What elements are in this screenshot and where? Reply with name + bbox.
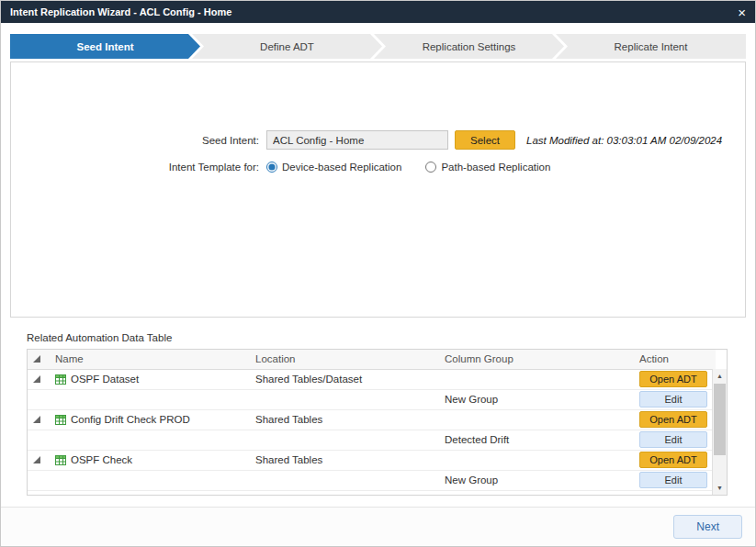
cell-location: Shared Tables: [250, 450, 439, 470]
cell-column-group: Detected Drift: [439, 430, 634, 450]
cell-column-group: [439, 409, 634, 430]
radio-label: Device-based Replication: [282, 162, 401, 173]
step-label: Seed Intent: [77, 41, 134, 52]
column-header-name[interactable]: Name: [50, 350, 250, 369]
edit-button[interactable]: Edit: [639, 431, 707, 448]
seed-intent-input[interactable]: [266, 130, 448, 150]
cell-column-group: [439, 369, 634, 389]
table-row: OSPF CheckShared TablesOpen ADT: [28, 450, 716, 470]
expand-icon[interactable]: [33, 456, 40, 463]
radio-path-based[interactable]: Path-based Replication: [425, 162, 550, 173]
open-adt-button[interactable]: Open ADT: [639, 371, 707, 387]
step-replicate-intent[interactable]: Replicate Intent: [556, 34, 746, 59]
cell-name: [50, 430, 250, 450]
related-adt-title: Related Automation Data Table: [27, 332, 728, 343]
adt-table-icon: [55, 455, 66, 465]
scroll-thumb[interactable]: [714, 384, 726, 455]
select-button[interactable]: Select: [455, 130, 515, 150]
cell-name: OSPF Dataset: [50, 369, 250, 389]
table-row: Detected DriftEdit: [28, 430, 716, 450]
table-row: New GroupEdit: [28, 389, 716, 409]
table-row: Config Drift Check PRODShared TablesOpen…: [28, 409, 716, 430]
device-based-radio-input[interactable]: [266, 162, 277, 173]
titlebar: Intent Replication Wizard - ACL Config -…: [1, 1, 755, 23]
cell-name: OSPF Check: [50, 450, 250, 470]
seed-intent-label: Seed Intent:: [11, 135, 259, 146]
cell-column-group: New Group: [439, 470, 634, 490]
column-header-column-group[interactable]: Column Group: [439, 350, 634, 369]
expand-icon[interactable]: [33, 375, 40, 383]
edit-button[interactable]: Edit: [639, 472, 707, 488]
cell-name: Config Drift Check PROD: [50, 409, 250, 430]
scroll-down-icon[interactable]: ▼: [713, 481, 727, 495]
last-modified-text: Last Modified at: 03:03:01 AM 02/09/2024: [526, 135, 722, 146]
cell-location: [250, 470, 439, 490]
collapse-all-icon[interactable]: [33, 355, 40, 363]
cell-location: Shared Tables/Dataset: [250, 369, 439, 389]
wizard-steps: Seed Intent Define ADT Replication Setti…: [10, 34, 746, 59]
adt-table: Name Location Column Group Action OSPF D…: [27, 349, 728, 496]
intent-replication-wizard-dialog: Intent Replication Wizard - ACL Config -…: [0, 0, 756, 547]
cell-location: [250, 389, 439, 409]
cell-name: [50, 389, 250, 409]
adt-table-icon: [55, 374, 66, 385]
step-define-adt[interactable]: Define ADT: [192, 34, 382, 59]
intent-template-label: Intent Template for:: [11, 162, 259, 173]
open-adt-button[interactable]: Open ADT: [639, 411, 707, 428]
footer-bar: Next: [1, 507, 755, 546]
cell-column-group: [439, 450, 634, 470]
close-icon[interactable]: ×: [738, 6, 746, 19]
radio-label: Path-based Replication: [441, 162, 550, 173]
expand-icon[interactable]: [33, 416, 40, 423]
open-adt-button[interactable]: Open ADT: [639, 452, 707, 468]
adt-table-icon: [55, 415, 66, 425]
edit-button[interactable]: Edit: [639, 391, 707, 407]
cell-column-group: New Group: [439, 389, 634, 409]
seed-intent-panel: Seed Intent: Select Last Modified at: 03…: [10, 61, 746, 318]
cell-name: [50, 470, 250, 490]
column-header-action[interactable]: Action: [634, 350, 716, 369]
table-header-row: Name Location Column Group Action: [28, 350, 716, 369]
path-based-radio-input[interactable]: [425, 162, 436, 173]
related-adt-section: Related Automation Data Table Name Locat…: [27, 332, 728, 496]
step-label: Replicate Intent: [615, 41, 688, 52]
step-replication-settings[interactable]: Replication Settings: [374, 34, 564, 59]
window-title: Intent Replication Wizard - ACL Config -…: [10, 6, 231, 17]
scroll-up-icon[interactable]: ▲: [713, 369, 727, 383]
step-label: Define ADT: [260, 41, 314, 52]
radio-device-based[interactable]: Device-based Replication: [266, 162, 401, 173]
cell-location: [250, 430, 439, 450]
cell-location: Shared Tables: [250, 409, 439, 430]
column-header-location[interactable]: Location: [250, 350, 439, 369]
next-button[interactable]: Next: [673, 515, 742, 539]
table-row: OSPF DatasetShared Tables/DatasetOpen AD…: [28, 369, 716, 389]
table-row: New GroupEdit: [28, 470, 716, 490]
step-seed-intent[interactable]: Seed Intent: [10, 34, 200, 59]
adt-table-body: OSPF DatasetShared Tables/DatasetOpen AD…: [28, 369, 716, 490]
table-scrollbar[interactable]: ▲ ▼: [712, 369, 727, 495]
step-label: Replication Settings: [423, 41, 516, 52]
